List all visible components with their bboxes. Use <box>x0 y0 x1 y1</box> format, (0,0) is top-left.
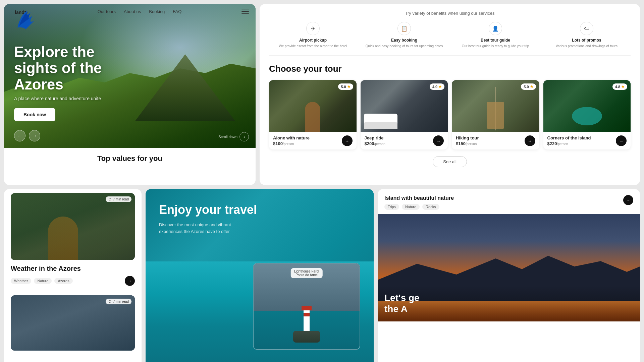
star-icon-4: ★ <box>621 84 625 89</box>
travel-content: Enjoy your travel Discover the most uniq… <box>159 202 257 235</box>
hero-content: Explore the sights of the Azores A place… <box>14 44 128 121</box>
nav-links: Our tours About us Booking FAQ <box>98 9 182 14</box>
clock-icon: ⏱ <box>108 197 112 201</box>
read-time-1: ⏱ 7 min read <box>106 196 131 202</box>
tour-img-2: 4.9 ★ <box>361 80 448 132</box>
tour-price-value-3: $150 <box>456 141 466 146</box>
blog-title-1: Weather in the Azores <box>11 265 135 273</box>
booking-icon: 📋 <box>397 22 411 35</box>
tour-arrow-1[interactable]: → <box>342 135 353 146</box>
choose-tour-title: Choose your tour <box>269 64 631 74</box>
tours-grid: 5.0 ★ Alone with nature $100/person → <box>269 80 631 149</box>
star-icon-1: ★ <box>347 84 351 89</box>
tour-name-4: Corners of the island <box>547 135 591 140</box>
tour-arrow-3[interactable]: → <box>525 135 535 146</box>
tour-arrow-2[interactable]: → <box>433 135 444 146</box>
clock-icon-2: ⏱ <box>108 300 112 303</box>
tour-rating-4: 4.8 ★ <box>612 83 627 90</box>
scroll-icon: ↓ <box>239 132 249 141</box>
see-all-wrapper: See all <box>269 156 631 167</box>
tour-rating-2: 4.9 ★ <box>430 83 444 90</box>
tour-price-per-3: /person <box>466 142 477 146</box>
tour-rating-value-1: 5.0 <box>341 85 346 89</box>
star-icon-3: ★ <box>530 84 533 89</box>
tour-price-4: $220/person <box>547 141 591 146</box>
tour-price-value-2: $200 <box>365 141 374 146</box>
tag-trips: Trips <box>384 204 399 210</box>
tour-card-1[interactable]: 5.0 ★ Alone with nature $100/person → <box>269 80 357 149</box>
tour-card-3[interactable]: 5.0 ★ Hiking tour $150/person → <box>452 80 539 149</box>
benefits-grid: ✈ Airport pickup We provide escort from … <box>269 22 631 56</box>
arrow-next[interactable]: → <box>29 130 40 141</box>
nav-our-tours[interactable]: Our tours <box>98 9 116 14</box>
see-all-button[interactable]: See all <box>433 156 467 167</box>
nav-booking[interactable]: Booking <box>149 9 165 14</box>
tour-info-3: Hiking tour $150/person → <box>452 132 539 149</box>
tour-price-value-4: $220 <box>547 141 557 146</box>
tour-name-3: Hiking tour <box>456 135 479 140</box>
right-img-title: Let's ge the A <box>384 292 633 315</box>
top-left-panel: land* Our tours About us Booking FAQ Exp… <box>4 4 256 185</box>
benefit-airport: ✈ Airport pickup We provide escort from … <box>269 22 357 49</box>
book-now-button[interactable]: Book now <box>14 108 55 121</box>
top-values-title: Top values for you <box>10 154 250 163</box>
benefit-guide-title: Best tour guide <box>451 38 539 43</box>
benefit-booking: 📋 Easy booking Quick and easy booking of… <box>360 22 448 49</box>
tour-img-1: 5.0 ★ <box>269 80 357 132</box>
right-panel-title: Island with beautiful nature <box>384 195 454 201</box>
blog-arrow-1[interactable]: → <box>125 276 135 286</box>
tour-price-per-2: /person <box>374 142 385 146</box>
tag-nature-right: Nature <box>402 204 420 210</box>
read-time-value-2: 7 min read <box>113 300 129 303</box>
hero-section: land* Our tours About us Booking FAQ Exp… <box>4 4 256 148</box>
tour-rating-3: 5.0 ★ <box>521 83 536 90</box>
tour-card-4[interactable]: 4.8 ★ Corners of the island $220/person … <box>543 80 631 149</box>
travel-panel: Enjoy your travel Discover the most uniq… <box>146 189 374 362</box>
tour-info-4: Corners of the island $220/person → <box>543 132 631 149</box>
tour-card-2[interactable]: 4.9 ★ Jeep ride $200/person → <box>361 80 448 149</box>
lighthouse-label-line2: Ponta do Arnel <box>294 273 319 277</box>
lighthouse-card: Lighthouse Farol Ponta do Arnel <box>253 263 360 350</box>
tour-rating-value-3: 5.0 <box>524 85 529 89</box>
benefit-promos-desc: Various promotions and drawings of tours <box>543 44 631 49</box>
scroll-down[interactable]: Scroll down ↓ <box>218 132 249 141</box>
navigation: Our tours About us Booking FAQ <box>4 4 256 19</box>
benefit-guide: 👤 Best tour guide Our best tour guide is… <box>451 22 539 49</box>
blog-tags-1: Weather Nature Azores → <box>11 276 135 286</box>
travel-desc: Discover the most unique and vibrant exp… <box>159 222 233 235</box>
tour-price-2: $200/person <box>365 141 385 146</box>
nav-faq[interactable]: FAQ <box>173 9 181 14</box>
lighthouse-label-line1: Lighthouse Farol <box>294 269 319 273</box>
tag-nature: Nature <box>34 278 52 284</box>
right-panel-tags: Trips Nature Rocks <box>384 204 454 210</box>
tag-weather: Weather <box>11 278 31 284</box>
blog-image-1: ⏱ 7 min read <box>11 193 135 260</box>
tour-price-1: $100/person <box>273 141 310 146</box>
right-img-overlay: Let's ge the A <box>378 286 640 321</box>
hamburger-menu[interactable] <box>241 9 249 14</box>
tour-rating-1: 5.0 ★ <box>338 83 353 90</box>
blog-panel: ⏱ 7 min read Weather in the Azores Weath… <box>4 189 142 362</box>
benefit-booking-title: Easy booking <box>360 38 448 43</box>
tour-info-2: Jeep ride $200/person → <box>361 132 448 149</box>
brand-logo: land* <box>14 7 38 31</box>
carousel-arrows: ← → <box>14 130 40 141</box>
right-panel: Island with beautiful nature Trips Natur… <box>378 189 640 362</box>
airport-icon: ✈ <box>306 22 320 35</box>
blog-card-1: ⏱ 7 min read Weather in the Azores Weath… <box>4 189 142 291</box>
top-right-panel: Try variety of benefits when using our s… <box>260 4 640 185</box>
benefits-subtitle: Try variety of benefits when using our s… <box>269 11 631 16</box>
tour-name-1: Alone with nature <box>273 135 310 140</box>
right-panel-image: Let's ge the A <box>378 214 640 321</box>
tour-price-value-1: $100 <box>273 141 283 146</box>
nav-about-us[interactable]: About us <box>124 9 141 14</box>
lighthouse-label: Lighthouse Farol Ponta do Arnel <box>291 268 323 278</box>
right-panel-arrow[interactable]: → <box>623 195 633 205</box>
tag-rocks: Rocks <box>422 204 439 210</box>
guide-icon: 👤 <box>489 22 502 35</box>
arrow-prev[interactable]: ← <box>14 130 25 141</box>
tour-img-4: 4.8 ★ <box>543 80 631 132</box>
benefit-airport-desc: We provide escort from the airport to th… <box>269 44 357 49</box>
tour-arrow-4[interactable]: → <box>616 135 627 146</box>
read-time-2: ⏱ 7 min read <box>106 299 131 304</box>
